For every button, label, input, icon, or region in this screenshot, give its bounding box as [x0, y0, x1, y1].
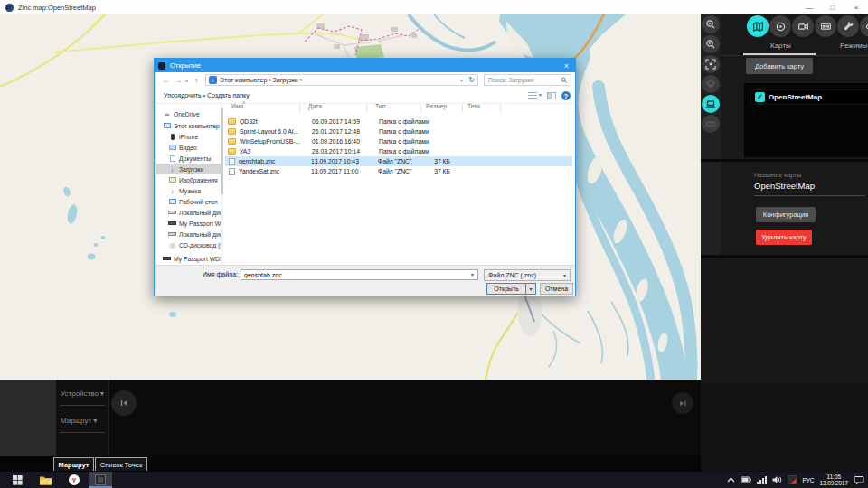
scrollbar-thumb[interactable]	[221, 108, 223, 194]
sidebar-item-this-pc[interactable]: Этот компьютер	[156, 120, 221, 131]
open-split-caret[interactable]	[525, 283, 536, 295]
close-button[interactable]	[844, 4, 868, 12]
preview-pane-icon[interactable]	[547, 92, 556, 99]
target-mode-button[interactable]	[769, 15, 791, 37]
sidebar-item-passport-drive[interactable]: My Passport WD5	[156, 253, 221, 264]
sidebar-item-music[interactable]: Музыка	[156, 185, 221, 196]
sidebar-item-cd-drive[interactable]: CD-дисковод (I	[156, 239, 221, 250]
clock-date: 13.09.2017	[819, 480, 848, 486]
file-row[interactable]: WinSetupFromUSB-... 01.09.2016 16:40 Пап…	[225, 136, 572, 146]
column-header-tags[interactable]: Теги	[467, 103, 480, 109]
battery-icon[interactable]	[741, 476, 751, 483]
antivirus-flag-icon[interactable]	[788, 475, 797, 484]
forward-button[interactable]	[175, 76, 183, 85]
network-signal-icon[interactable]	[757, 476, 767, 484]
dialog-titlebar[interactable]: Открытие	[155, 59, 575, 72]
address-caret-icon[interactable]	[460, 77, 463, 83]
view-list-icon[interactable]	[528, 92, 537, 99]
filename-caret-icon[interactable]	[471, 271, 474, 277]
active-app-button[interactable]	[89, 472, 112, 488]
refresh-icon[interactable]	[468, 76, 475, 84]
delete-map-button[interactable]: Удалить карту	[756, 230, 812, 245]
panel-bottom-region	[701, 383, 868, 472]
zoom-in-button[interactable]	[702, 15, 720, 33]
sidebar-item-passport-drive[interactable]: My Passport WD	[156, 218, 221, 229]
sidebar-item-videos[interactable]: Видео	[156, 142, 221, 153]
file-row[interactable]: QD32t 06.09.2017 14:59 Папка с файлами	[225, 117, 572, 127]
language-indicator[interactable]: РУС	[802, 477, 814, 483]
file-row[interactable]: УАЗ 28.03.2017 10:14 Папка с файлами	[225, 146, 572, 156]
sidebar-item-onedrive[interactable]: OneDrive	[156, 108, 221, 119]
tab-route[interactable]: Маршрут	[53, 457, 94, 471]
zoom-out-button[interactable]	[702, 35, 720, 53]
skip-to-end-button[interactable]	[672, 392, 693, 414]
sidebar-item-local-disk[interactable]: Локальный дис	[156, 207, 221, 218]
file-explorer-button[interactable]	[31, 472, 60, 488]
cancel-button[interactable]: Отмена	[540, 283, 573, 295]
view-caret-icon[interactable]	[539, 92, 542, 98]
minimize-button[interactable]	[797, 4, 821, 12]
browser-button[interactable]	[60, 472, 89, 488]
new-folder-button[interactable]: Создать папку	[207, 92, 250, 99]
sidebar-scrollbar[interactable]	[221, 104, 223, 265]
maximize-button[interactable]	[821, 4, 844, 12]
sidebar-item-documents[interactable]: Документы	[156, 153, 221, 164]
map-checkbox[interactable]	[755, 92, 765, 102]
filename-input[interactable]	[241, 269, 478, 280]
access-mode-button[interactable]	[860, 15, 868, 37]
back-button[interactable]	[162, 76, 170, 85]
organize-menu[interactable]: Упорядочить	[164, 92, 205, 99]
dialog-close-button[interactable]	[564, 61, 569, 70]
file-row[interactable]: Sprint-Layout 6.0 Al... 26.01.2017 12:48…	[225, 127, 572, 136]
volume-icon[interactable]	[772, 475, 782, 484]
sidebar-item-pictures[interactable]: Изображения	[156, 174, 221, 185]
map-list-item[interactable]: OpenStreetMap	[750, 89, 868, 105]
configuration-button[interactable]: Конфигурация	[756, 207, 816, 222]
sidebar-item-local-disk[interactable]: Локальный дис	[156, 229, 221, 239]
route-dropdown[interactable]: Маршрут	[61, 417, 97, 425]
start-button[interactable]	[4, 472, 31, 488]
column-header-size[interactable]: Размер	[426, 103, 447, 109]
sidebar-item-iphone[interactable]: iPhone	[156, 131, 221, 142]
folder-icon	[228, 138, 236, 145]
layers-button[interactable]	[702, 75, 720, 93]
open-button[interactable]: Открыть	[486, 283, 526, 295]
history-caret-icon[interactable]	[185, 78, 188, 84]
help-button[interactable]	[561, 91, 571, 100]
download-icon	[168, 166, 176, 173]
display-button[interactable]	[702, 95, 720, 113]
dashboard-mode-button[interactable]	[815, 15, 836, 37]
file-row-selected[interactable]: genshtab.znc 13.09.2017 10:43 Файл "ZNC"…	[225, 156, 572, 166]
zoom-out-icon	[705, 39, 716, 50]
tab-maps[interactable]: Карты	[770, 42, 791, 50]
tabs-baseline	[721, 55, 868, 56]
ruler-button[interactable]	[702, 115, 720, 133]
column-header-type[interactable]: Тип	[375, 103, 385, 109]
notification-icon[interactable]	[854, 475, 864, 485]
right-panel: Карты Режимы Добавить карту OpenStreetMa…	[701, 14, 868, 472]
skip-to-start-button[interactable]	[111, 390, 137, 416]
maps-mode-button[interactable]	[747, 15, 769, 37]
device-dropdown[interactable]: Устройство	[61, 389, 104, 398]
center-focus-button[interactable]	[702, 55, 720, 73]
add-map-button[interactable]: Добавить карту	[746, 58, 813, 74]
tools-mode-button[interactable]	[837, 15, 859, 37]
taskbar-clock[interactable]: 11:05 13.09.2017	[819, 474, 848, 486]
tray-expand-icon[interactable]	[727, 477, 735, 483]
search-box[interactable]: Поиск: Загрузки	[484, 74, 571, 86]
camera-mode-button[interactable]	[792, 15, 814, 37]
bottom-tabs: Маршрут Список Точек	[0, 456, 701, 472]
windows-icon	[13, 475, 23, 485]
tab-point-list[interactable]: Список Точек	[95, 457, 147, 471]
breadcrumb[interactable]: Этот компьютер › Загрузки ›	[220, 77, 302, 83]
filetype-dropdown[interactable]: Файл ZNC (.znc)	[484, 269, 571, 281]
breadcrumb-bar[interactable]: Этот компьютер › Загрузки ›	[205, 74, 478, 86]
phone-icon	[168, 134, 176, 140]
sidebar-item-desktop[interactable]: Рабочий стол	[156, 196, 221, 207]
column-header-date[interactable]: Дата	[308, 103, 322, 109]
tab-modes[interactable]: Режимы	[840, 42, 867, 50]
sidebar-item-downloads[interactable]: Загрузки	[156, 164, 221, 174]
map-name-value[interactable]: OpenStreetMap	[754, 181, 815, 191]
up-button[interactable]	[194, 76, 199, 85]
file-row[interactable]: YandexSat.znc 13.09.2017 11:00 Файл "ZNC…	[225, 166, 572, 176]
